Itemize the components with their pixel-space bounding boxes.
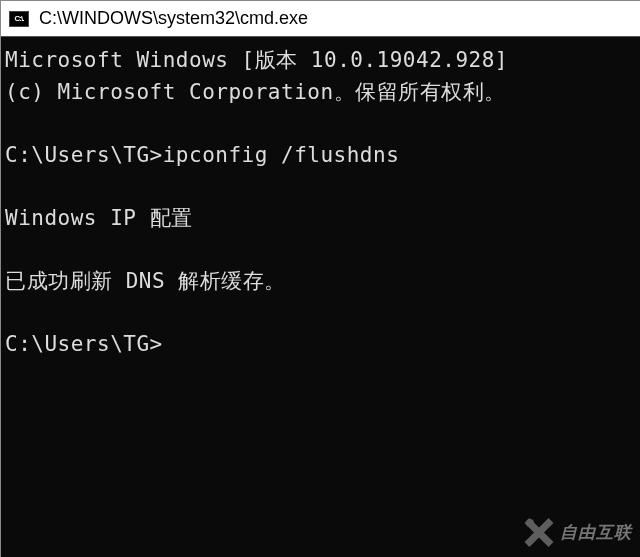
watermark: 自由互联 bbox=[522, 515, 632, 549]
version-line: Microsoft Windows [版本 10.0.19042.928] bbox=[5, 45, 636, 77]
blank-line bbox=[5, 108, 636, 140]
cmd-window: C:\. C:\WINDOWS\system32\cmd.exe Microso… bbox=[0, 0, 640, 557]
prompt: C:\Users\TG> bbox=[5, 143, 163, 167]
titlebar[interactable]: C:\. C:\WINDOWS\system32\cmd.exe bbox=[1, 1, 640, 37]
terminal-area[interactable]: Microsoft Windows [版本 10.0.19042.928] (c… bbox=[1, 37, 640, 368]
ip-config-header: Windows IP 配置 bbox=[5, 203, 636, 235]
cmd-icon: C:\. bbox=[9, 11, 29, 27]
blank-line bbox=[5, 234, 636, 266]
copyright-line: (c) Microsoft Corporation。保留所有权利。 bbox=[5, 77, 636, 109]
command-line: C:\Users\TG>ipconfig /flushdns bbox=[5, 140, 636, 172]
flush-result: 已成功刷新 DNS 解析缓存。 bbox=[5, 266, 636, 298]
typed-command: ipconfig /flushdns bbox=[163, 143, 400, 167]
blank-line bbox=[5, 297, 636, 329]
watermark-text: 自由互联 bbox=[560, 521, 632, 544]
current-prompt[interactable]: C:\Users\TG> bbox=[5, 329, 636, 361]
watermark-x-icon bbox=[522, 515, 556, 549]
blank-line bbox=[5, 171, 636, 203]
window-title: C:\WINDOWS\system32\cmd.exe bbox=[39, 8, 308, 29]
